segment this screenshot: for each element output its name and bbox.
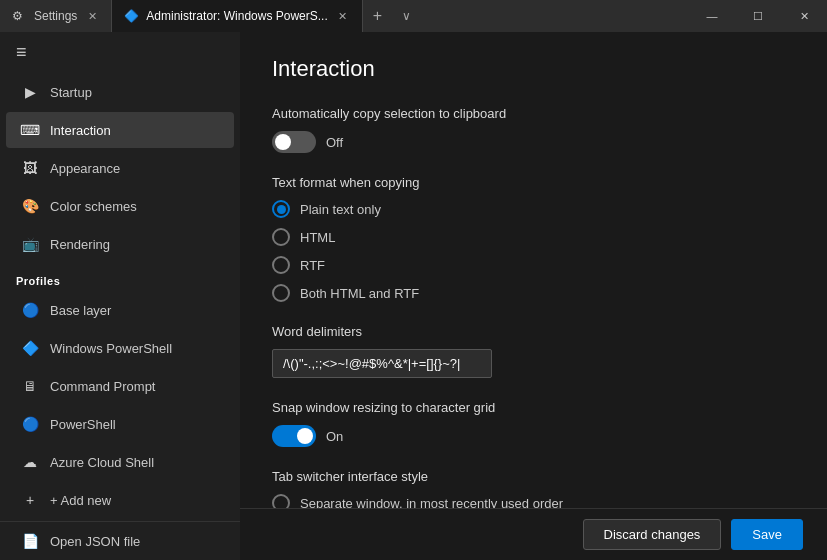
azure-cloud-shell-icon: ☁ <box>22 454 38 470</box>
add-icon: + <box>22 492 38 508</box>
sidebar-item-rendering-label: Rendering <box>50 237 110 252</box>
autocopy-setting: Automatically copy selection to clipboar… <box>272 106 795 153</box>
autocopy-label: Automatically copy selection to clipboar… <box>272 106 795 121</box>
text-format-setting: Text format when copying Plain text only… <box>272 175 795 302</box>
word-delimiters-input[interactable] <box>272 349 492 378</box>
sidebar-item-powershell-label: PowerShell <box>50 417 116 432</box>
radio-plain-text[interactable]: Plain text only <box>272 200 795 218</box>
snap-window-toggle-row: On <box>272 425 795 447</box>
startup-icon: ▶ <box>22 84 38 100</box>
rendering-icon: 📺 <box>22 236 38 252</box>
sidebar-item-startup[interactable]: ▶ Startup <box>6 74 234 110</box>
radio-plain-text-circle <box>272 200 290 218</box>
new-tab-button[interactable]: + <box>363 7 392 25</box>
main-layout: ≡ ▶ Startup ⌨ Interaction 🖼 Appearance 🎨… <box>0 32 827 560</box>
sidebar-item-color-schemes-label: Color schemes <box>50 199 137 214</box>
sidebar-item-interaction-label: Interaction <box>50 123 111 138</box>
settings-tab-icon: ⚙ <box>12 9 26 23</box>
settings-tab-label: Settings <box>34 9 77 23</box>
sidebar-item-interaction[interactable]: ⌨ Interaction <box>6 112 234 148</box>
minimize-button[interactable]: — <box>689 0 735 32</box>
window-controls: — ☐ ✕ <box>689 0 827 32</box>
page-title: Interaction <box>272 56 795 82</box>
interaction-icon: ⌨ <box>22 122 38 138</box>
tab-chevron[interactable]: ∨ <box>392 9 421 23</box>
sidebar-item-color-schemes[interactable]: 🎨 Color schemes <box>6 188 234 224</box>
bottom-bar: Discard changes Save <box>240 508 827 560</box>
sidebar-item-command-prompt-label: Command Prompt <box>50 379 155 394</box>
menu-button[interactable]: ≡ <box>0 32 240 73</box>
color-schemes-icon: 🎨 <box>22 198 38 214</box>
open-json-file-label: Open JSON file <box>50 534 140 549</box>
appearance-icon: 🖼 <box>22 160 38 176</box>
snap-window-toggle-label: On <box>326 429 343 444</box>
command-prompt-icon: 🖥 <box>22 378 38 394</box>
powershell-tab-label: Administrator: Windows PowerS... <box>146 9 327 23</box>
word-delimiters-setting: Word delimiters <box>272 324 795 378</box>
word-delimiters-label: Word delimiters <box>272 324 795 339</box>
sidebar-item-azure-cloud-shell-label: Azure Cloud Shell <box>50 455 154 470</box>
open-json-icon: 📄 <box>22 533 38 549</box>
radio-rtf-label: RTF <box>300 258 325 273</box>
radio-html-circle <box>272 228 290 246</box>
sidebar: ≡ ▶ Startup ⌨ Interaction 🖼 Appearance 🎨… <box>0 32 240 560</box>
radio-rtf[interactable]: RTF <box>272 256 795 274</box>
radio-html[interactable]: HTML <box>272 228 795 246</box>
sidebar-item-powershell[interactable]: 🔵 PowerShell <box>6 406 234 442</box>
radio-rtf-circle <box>272 256 290 274</box>
discard-changes-button[interactable]: Discard changes <box>583 519 722 550</box>
sidebar-item-appearance[interactable]: 🖼 Appearance <box>6 150 234 186</box>
add-new-label: + Add new <box>50 493 111 508</box>
powershell-tab-close[interactable]: ✕ <box>336 9 350 23</box>
powershell-tab-icon: 🔷 <box>124 9 138 23</box>
content-area: Interaction Automatically copy selection… <box>240 32 827 508</box>
sidebar-item-windows-powershell[interactable]: 🔷 Windows PowerShell <box>6 330 234 366</box>
radio-most-recent-label: Separate window, in most recently used o… <box>300 496 563 509</box>
radio-most-recent[interactable]: Separate window, in most recently used o… <box>272 494 795 508</box>
powershell-tab[interactable]: 🔷 Administrator: Windows PowerS... ✕ <box>112 0 362 32</box>
sidebar-item-appearance-label: Appearance <box>50 161 120 176</box>
snap-window-toggle[interactable] <box>272 425 316 447</box>
settings-tab[interactable]: ⚙ Settings ✕ <box>0 0 112 32</box>
maximize-button[interactable]: ☐ <box>735 0 781 32</box>
snap-window-label: Snap window resizing to character grid <box>272 400 795 415</box>
powershell-icon: 🔵 <box>22 416 38 432</box>
sidebar-item-azure-cloud-shell[interactable]: ☁ Azure Cloud Shell <box>6 444 234 480</box>
save-button[interactable]: Save <box>731 519 803 550</box>
radio-both-circle <box>272 284 290 302</box>
sidebar-item-command-prompt[interactable]: 🖥 Command Prompt <box>6 368 234 404</box>
base-layer-icon: 🔵 <box>22 302 38 318</box>
add-new-button[interactable]: + + Add new <box>6 482 234 518</box>
radio-both[interactable]: Both HTML and RTF <box>272 284 795 302</box>
close-button[interactable]: ✕ <box>781 0 827 32</box>
autocopy-toggle[interactable] <box>272 131 316 153</box>
settings-tab-close[interactable]: ✕ <box>85 9 99 23</box>
sidebar-item-windows-powershell-label: Windows PowerShell <box>50 341 172 356</box>
windows-powershell-icon: 🔷 <box>22 340 38 356</box>
radio-html-label: HTML <box>300 230 335 245</box>
tab-switcher-label: Tab switcher interface style <box>272 469 795 484</box>
autocopy-toggle-row: Off <box>272 131 795 153</box>
radio-plain-text-label: Plain text only <box>300 202 381 217</box>
open-json-file-button[interactable]: 📄 Open JSON file <box>6 523 234 559</box>
sidebar-item-base-layer[interactable]: 🔵 Base layer <box>6 292 234 328</box>
radio-both-label: Both HTML and RTF <box>300 286 419 301</box>
tab-switcher-setting: Tab switcher interface style Separate wi… <box>272 469 795 508</box>
sidebar-bottom: 📄 Open JSON file <box>0 521 240 560</box>
profiles-section-label: Profiles <box>0 263 240 291</box>
sidebar-item-startup-label: Startup <box>50 85 92 100</box>
text-format-label: Text format when copying <box>272 175 795 190</box>
title-bar: ⚙ Settings ✕ 🔷 Administrator: Windows Po… <box>0 0 827 32</box>
radio-most-recent-circle <box>272 494 290 508</box>
autocopy-toggle-label: Off <box>326 135 343 150</box>
sidebar-item-base-layer-label: Base layer <box>50 303 111 318</box>
sidebar-item-rendering[interactable]: 📺 Rendering <box>6 226 234 262</box>
snap-window-setting: Snap window resizing to character grid O… <box>272 400 795 447</box>
